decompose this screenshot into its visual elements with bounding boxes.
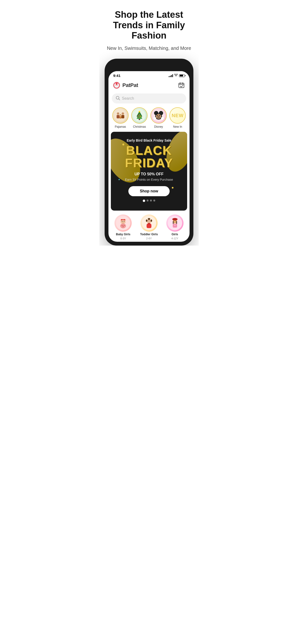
hero-section: Shop the Latest Trends in Family Fashion… [99, 0, 199, 56]
search-placeholder: Search [122, 96, 134, 100]
phone-screen: 9:41 [108, 71, 190, 242]
svg-point-27 [139, 117, 140, 118]
banner-dot-2[interactable] [146, 200, 148, 202]
banner-dot-1[interactable] [143, 200, 145, 202]
wifi-icon [174, 74, 178, 78]
phone-wrapper: 9:41 [99, 56, 199, 246]
svg-point-49 [124, 221, 124, 222]
banner-dot-4[interactable] [153, 200, 155, 202]
baby-girls-label: Baby Girls [116, 233, 130, 236]
svg-point-46 [124, 225, 124, 226]
svg-point-53 [146, 220, 147, 222]
hero-subtitle: New In, Swimsuits, Matching, and More [106, 45, 192, 52]
phone-mockup: 9:41 [105, 59, 193, 246]
promo-banner: Early Bird Black Friday Sale BLACK FRIDA… [111, 132, 187, 210]
svg-point-38 [161, 117, 164, 120]
svg-point-68 [175, 220, 176, 222]
category-girls[interactable]: Girls 4-12Y [166, 214, 184, 240]
category-baby-girls[interactable]: Baby Girls 0-3Y [114, 214, 132, 240]
category-christmas[interactable]: Christmas [131, 107, 148, 128]
pajamas-circle [112, 107, 129, 124]
svg-point-47 [123, 226, 123, 227]
girls-sublabel: 4-12Y [171, 237, 178, 240]
svg-rect-16 [119, 116, 121, 118]
newin-circle: NEW [169, 107, 186, 124]
banner-dots [116, 200, 182, 202]
svg-point-37 [153, 117, 156, 120]
toddler-girls-label: Toddler Girls [140, 233, 158, 236]
category-toddler-girls[interactable]: Toddler Girls 2-6Y [140, 214, 158, 240]
phone-notch [133, 62, 165, 69]
toddler-girls-sublabel: 2-6Y [146, 237, 152, 240]
pajamas-label: Pajamas [115, 125, 126, 128]
baby-girls-circle [114, 214, 132, 232]
shop-now-button[interactable]: Shop now [128, 186, 170, 196]
svg-point-25 [139, 114, 140, 115]
svg-point-26 [138, 117, 138, 118]
search-icon [116, 96, 120, 101]
banner-discount: UP TO 50% OFF [116, 172, 182, 176]
svg-point-15 [119, 114, 121, 116]
calendar-button[interactable] [177, 81, 186, 90]
banner-subtitle: Early Bird Black Friday Sale [116, 138, 182, 142]
svg-point-44 [120, 224, 126, 228]
svg-rect-12 [117, 115, 119, 118]
svg-point-3 [116, 83, 117, 84]
svg-rect-63 [173, 221, 174, 224]
svg-point-56 [147, 223, 151, 224]
category-row: Pajamas [108, 106, 190, 132]
svg-point-8 [116, 96, 119, 99]
girls-circle [166, 214, 184, 232]
search-bar[interactable]: Search [112, 94, 186, 104]
status-time: 9:41 [113, 74, 120, 78]
svg-point-57 [147, 220, 148, 222]
category-disney[interactable]: Disney [150, 107, 167, 128]
christmas-circle [131, 107, 147, 124]
svg-line-9 [119, 99, 120, 100]
newin-label: New In [173, 125, 182, 128]
svg-point-36 [158, 116, 159, 117]
svg-point-54 [151, 220, 152, 222]
svg-point-28 [140, 117, 141, 118]
svg-point-13 [122, 112, 124, 115]
newin-badge-text: NEW [172, 113, 184, 118]
toddler-girls-circle [140, 214, 158, 232]
svg-rect-64 [176, 221, 177, 224]
girls-label: Girls [172, 233, 178, 236]
disney-label: Disney [154, 125, 163, 128]
app-header: PatPat [108, 79, 190, 92]
svg-point-45 [122, 225, 123, 226]
svg-point-11 [117, 112, 119, 115]
svg-point-35 [159, 115, 160, 116]
svg-point-24 [140, 116, 141, 116]
logo-container: PatPat [112, 81, 138, 90]
hero-title: Shop the Latest Trends in Family Fashion [106, 10, 192, 41]
banner-dot-3[interactable] [150, 200, 152, 202]
banner-points: Earn 3X Points on Every Purchase [116, 178, 182, 181]
svg-point-48 [122, 221, 123, 222]
svg-rect-14 [121, 115, 124, 118]
status-bar: 9:41 [108, 71, 190, 79]
battery-icon [179, 74, 185, 77]
disney-circle [151, 107, 167, 124]
svg-point-58 [150, 220, 150, 222]
svg-point-67 [174, 220, 174, 222]
svg-point-52 [148, 218, 150, 220]
banner-title-friday: FRIDAY [116, 157, 182, 169]
page-container: Shop the Latest Trends in Family Fashion… [99, 0, 199, 246]
banner-title-black: BLACK [116, 144, 182, 157]
confetti-dot [172, 187, 174, 188]
signal-icon [169, 74, 173, 77]
svg-point-43 [123, 219, 123, 220]
christmas-label: Christmas [133, 125, 146, 128]
patpat-logo-text: PatPat [122, 82, 138, 88]
category-pajamas[interactable]: Pajamas [112, 107, 129, 128]
svg-point-61 [172, 218, 178, 220]
category-newin[interactable]: NEW New In [169, 107, 186, 128]
patpat-logo-icon [112, 81, 121, 90]
status-icons [169, 74, 185, 78]
svg-rect-21 [139, 119, 140, 120]
svg-point-34 [157, 115, 158, 116]
svg-point-23 [138, 115, 139, 116]
bottom-category-row: Baby Girls 0-3Y [108, 210, 190, 242]
